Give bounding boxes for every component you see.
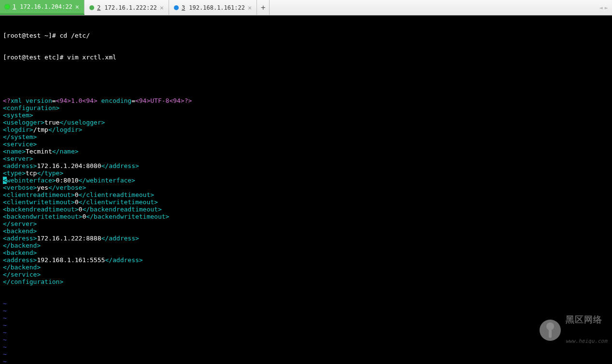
vim-tilde-line: ~ (3, 300, 609, 307)
tabs-container: 1172.16.1.204:22×2172.16.1.222:22×3192.1… (0, 0, 257, 15)
vim-tilde-line: ~ (3, 307, 609, 314)
status-dot-icon (89, 5, 94, 10)
vim-tilde-line: ~ (3, 358, 609, 364)
code-line: <service> (3, 140, 609, 148)
code-line: <name>Tecmint</name> (3, 148, 609, 155)
watermark-url: www.heiqu.com (566, 337, 607, 345)
code-line: <server> (3, 155, 609, 162)
tab-number: 1 (13, 3, 16, 10)
code-line: <webinterface>0:8010</webinterface> (3, 177, 609, 184)
code-line: </backend> (3, 242, 609, 249)
code-line: </system> (3, 133, 609, 140)
vim-tilde-line: ~ (3, 314, 609, 322)
add-tab-button[interactable]: + (257, 0, 270, 15)
code-line: <type>tcp</type> (3, 169, 609, 177)
code-line: <configuration> (3, 104, 609, 112)
tab-number: 3 (182, 4, 185, 11)
watermark-title: 黑区网络 (566, 316, 607, 323)
tab-bar: 1172.16.1.204:22×2172.16.1.222:22×3192.1… (0, 0, 612, 15)
tab-label: 172.16.1.204:22 (20, 3, 72, 10)
status-dot-icon (174, 5, 179, 10)
terminal-area[interactable]: [root@test ~]# cd /etc/ [root@test etc]#… (0, 15, 612, 364)
code-line: <clientwritetimout>0</clientwritetimeout… (3, 198, 609, 206)
code-line: <address>172.16.1.222:8888</address> (3, 235, 609, 242)
code-line: <?xml version=<94>1.0<94> encoding=<94>U… (3, 97, 609, 104)
code-line: </configuration> (3, 278, 609, 285)
code-line: <address>192.168.1.161:5555</address> (3, 256, 609, 264)
code-line: <clientreadtimeout>0</clientreadtimeout> (3, 191, 609, 198)
prompt-line-1: [root@test ~]# cd /etc/ (3, 32, 609, 39)
code-line: <system> (3, 112, 609, 119)
watermark-logo-icon (540, 320, 561, 341)
tab-label: 192.168.1.161:22 (189, 4, 245, 11)
vim-tilde-line: ~ (3, 329, 609, 336)
vim-empty-lines: ~~~~~~~~~~~~~~~~~ (3, 300, 609, 364)
code-line: </server> (3, 220, 609, 227)
tab-nav-arrows: ◄ ► (596, 0, 612, 15)
close-icon[interactable]: × (160, 4, 164, 12)
watermark: 黑区网络 www.heiqu.com (540, 301, 607, 359)
code-line: <backend> (3, 249, 609, 256)
code-line: <backendreadtimeout>0</backendreadtimeou… (3, 206, 609, 213)
code-line: <verbose>yes</verbose> (3, 184, 609, 191)
code-line: <address>172.16.1.204:8080</address> (3, 162, 609, 169)
vim-tilde-line: ~ (3, 322, 609, 329)
tab-number: 2 (97, 4, 100, 11)
blank-line (3, 75, 609, 83)
tab-172-16-1-222-22[interactable]: 2172.16.1.222:22× (85, 0, 169, 15)
code-line: <backend> (3, 227, 609, 235)
code-line: <backendwritetimeout>0</backendwritetime… (3, 213, 609, 220)
vim-tilde-line: ~ (3, 343, 609, 350)
tab-172-16-1-204-22[interactable]: 1172.16.1.204:22× (0, 0, 85, 15)
vim-tilde-line: ~ (3, 350, 609, 358)
close-icon[interactable]: × (248, 4, 252, 12)
prompt-line-2: [root@test etc]# vim xrctl.xml (3, 54, 609, 61)
code-line: <uselogger>true</uselogger> (3, 119, 609, 126)
tab-label: 172.16.1.222:22 (104, 4, 157, 11)
code-line: </backend> (3, 264, 609, 271)
status-dot-icon (5, 4, 10, 9)
nav-left-icon[interactable]: ◄ (599, 4, 603, 11)
vim-tilde-line: ~ (3, 336, 609, 343)
tab-192-168-1-161-22[interactable]: 3192.168.1.161:22× (169, 0, 257, 15)
vim-content: <?xml version=<94>1.0<94> encoding=<94>U… (3, 97, 609, 285)
close-icon[interactable]: × (75, 3, 79, 11)
code-line: <logdir>/tmp</logdir> (3, 126, 609, 133)
nav-right-icon[interactable]: ► (605, 4, 608, 11)
code-line: </service> (3, 271, 609, 278)
